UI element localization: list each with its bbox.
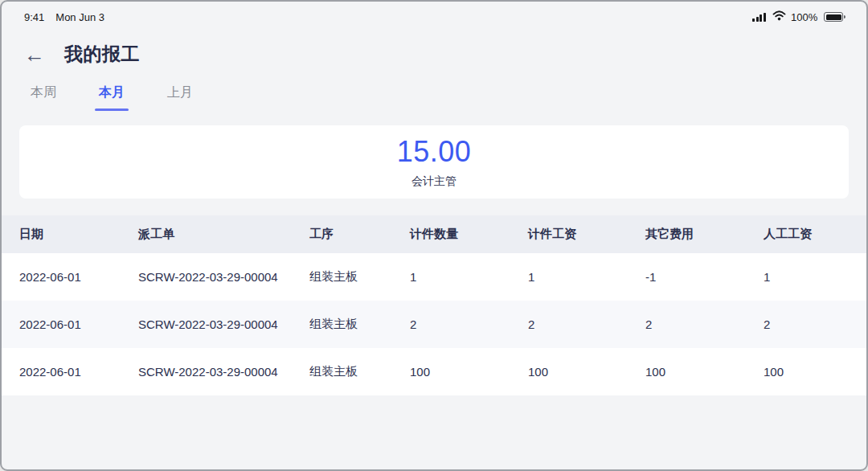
column-header: 计件数量 bbox=[410, 227, 528, 242]
tab-this-month[interactable]: 本月 bbox=[99, 84, 125, 111]
wifi-icon bbox=[772, 10, 786, 23]
battery-icon bbox=[824, 12, 845, 22]
back-button[interactable]: ← bbox=[24, 44, 45, 65]
table-cell: SCRW-2022-03-29-00004 bbox=[138, 270, 309, 284]
tab-bar: 本周本月上月 bbox=[2, 67, 866, 111]
table-cell: 1 bbox=[410, 270, 528, 284]
table-row[interactable]: 2022-06-01SCRW-2022-03-29-00004组装主板10010… bbox=[2, 348, 866, 395]
table-cell: 组装主板 bbox=[309, 317, 410, 332]
summary-card: 15.00 会计主管 bbox=[19, 125, 849, 199]
summary-value: 15.00 bbox=[397, 135, 472, 169]
table-cell: 2 bbox=[528, 317, 645, 331]
table-cell: 100 bbox=[410, 365, 528, 379]
column-header: 人工工资 bbox=[764, 227, 866, 242]
column-header: 日期 bbox=[19, 227, 138, 242]
table-row[interactable]: 2022-06-01SCRW-2022-03-29-00004组装主板11-11 bbox=[2, 253, 866, 301]
table-cell: 1 bbox=[764, 270, 866, 284]
tab-last-month[interactable]: 上月 bbox=[167, 84, 193, 111]
cellular-signal-icon bbox=[752, 13, 766, 22]
app-window: 9:41 Mon Jun 3 100% ← 我的报工 本周本月上月 bbox=[0, 0, 868, 471]
table-cell: 2022-06-01 bbox=[19, 317, 138, 331]
column-header: 派工单 bbox=[138, 227, 309, 242]
page-header: ← 我的报工 bbox=[2, 26, 866, 67]
table-cell: 2 bbox=[764, 317, 866, 331]
table-cell: SCRW-2022-03-29-00004 bbox=[138, 365, 309, 379]
table-row[interactable]: 2022-06-01SCRW-2022-03-29-00004组装主板2222 bbox=[2, 301, 866, 348]
battery-percent: 100% bbox=[791, 11, 817, 23]
page-title: 我的报工 bbox=[64, 42, 140, 67]
column-header: 计件工资 bbox=[528, 227, 645, 242]
table-cell: 1 bbox=[528, 270, 645, 284]
summary-label: 会计主管 bbox=[411, 174, 457, 189]
column-header: 工序 bbox=[309, 227, 410, 242]
report-table: 日期派工单工序计件数量计件工资其它费用人工工资 2022-06-01SCRW-2… bbox=[2, 215, 866, 395]
column-header: 其它费用 bbox=[645, 227, 764, 242]
table-cell: 2022-06-01 bbox=[19, 270, 138, 284]
status-time: 9:41 bbox=[24, 11, 44, 23]
table-cell: 100 bbox=[645, 365, 764, 379]
table-cell: 100 bbox=[764, 365, 866, 379]
table-body: 2022-06-01SCRW-2022-03-29-00004组装主板11-11… bbox=[2, 253, 866, 395]
table-cell: SCRW-2022-03-29-00004 bbox=[138, 317, 309, 331]
table-cell: 2022-06-01 bbox=[19, 365, 138, 379]
table-cell: 组装主板 bbox=[309, 364, 410, 379]
table-cell: 100 bbox=[528, 365, 645, 379]
table-header-row: 日期派工单工序计件数量计件工资其它费用人工工资 bbox=[2, 215, 866, 253]
status-bar: 9:41 Mon Jun 3 100% bbox=[2, 2, 866, 26]
table-cell: 2 bbox=[410, 317, 528, 331]
table-cell: -1 bbox=[645, 270, 764, 284]
status-date: Mon Jun 3 bbox=[55, 11, 104, 23]
table-cell: 组装主板 bbox=[309, 269, 410, 285]
table-cell: 2 bbox=[645, 317, 764, 331]
tab-this-week[interactable]: 本周 bbox=[31, 84, 56, 111]
